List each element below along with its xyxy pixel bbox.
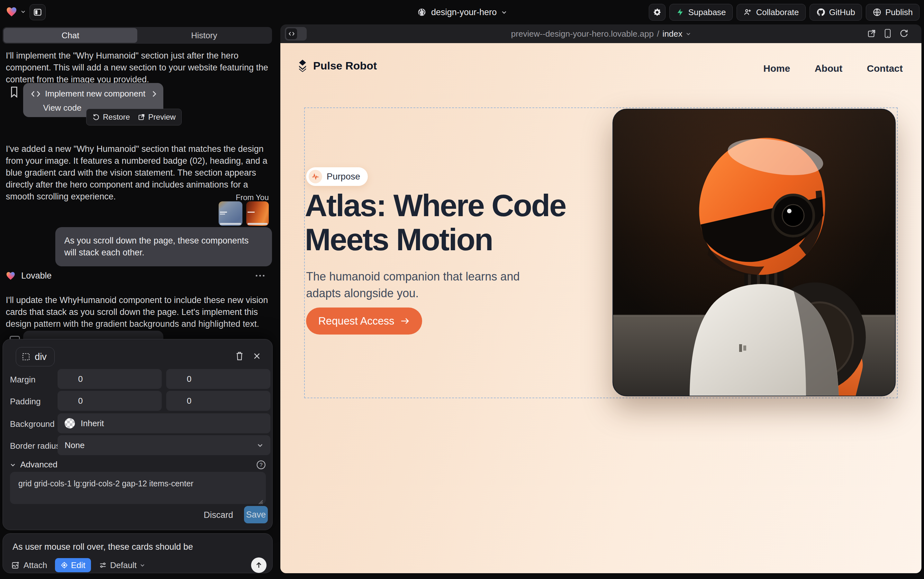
sliders-icon — [99, 561, 107, 569]
lovable-heart-icon — [5, 270, 16, 281]
preview-toolbar: preview--design-your-hero.lovable.app / … — [280, 25, 921, 43]
user-message-bubble: As you scroll down the page, these compo… — [55, 227, 272, 267]
send-button[interactable] — [251, 558, 266, 573]
collaborate-button[interactable]: Collaborate — [736, 4, 806, 21]
chevron-down-icon — [501, 9, 507, 15]
layers-icon — [296, 59, 309, 72]
chat-history-tabs: Chat History — [3, 27, 272, 44]
chevron-right-icon — [152, 90, 157, 98]
save-button[interactable]: Save — [244, 506, 268, 523]
component-card-title: Implement new component — [45, 89, 145, 99]
attach-button[interactable]: Attach — [11, 560, 47, 570]
mode-label: Default — [110, 560, 137, 570]
nav-link-contact[interactable]: Contact — [867, 63, 903, 74]
restore-button[interactable]: Restore — [92, 113, 130, 122]
refresh-button[interactable] — [899, 29, 909, 38]
attachment-thumbnail-blue[interactable] — [219, 201, 242, 226]
project-name: design-your-hero — [431, 7, 497, 17]
chevron-down-icon — [686, 31, 691, 36]
bookmark-icon[interactable] — [10, 86, 19, 98]
top-bar-actions: Supabase Collaborate GitHub Publish — [649, 4, 919, 21]
preview-url-page: index — [662, 29, 682, 39]
composer-actions: Attach Edit Default — [11, 558, 145, 572]
globe-icon — [417, 7, 427, 17]
preview-url-host: preview--design-your-hero.lovable.app — [511, 29, 654, 39]
nav-link-about[interactable]: About — [815, 63, 842, 74]
from-you-label: From You — [236, 193, 269, 202]
more-options-icon[interactable] — [255, 275, 265, 277]
background-field[interactable]: Inherit — [57, 413, 270, 433]
discard-button[interactable]: Discard — [202, 510, 235, 520]
pulse-icon — [309, 170, 322, 183]
purpose-badge-label: Purpose — [327, 172, 360, 182]
preview-button[interactable]: Preview — [137, 113, 176, 122]
chevron-down-icon — [257, 442, 263, 448]
request-access-label: Request Access — [318, 315, 395, 327]
resize-handle-icon[interactable] — [258, 499, 263, 505]
selected-element-chip[interactable]: div — [16, 347, 55, 366]
chat-input[interactable]: As user mouse roll over, these cards sho… — [13, 542, 193, 552]
edit-mode-button[interactable]: Edit — [55, 558, 91, 572]
settings-button[interactable] — [649, 4, 666, 21]
tailwind-classes-textarea[interactable]: grid grid-cols-1 lg:grid-cols-2 gap-12 i… — [10, 472, 266, 504]
preview-url-bar[interactable]: preview--design-your-hero.lovable.app / … — [280, 25, 921, 43]
version-hover-actions: Restore Preview — [86, 109, 182, 126]
purpose-badge: Purpose — [306, 167, 368, 186]
tab-chat[interactable]: Chat — [3, 28, 137, 43]
border-radius-label: Border radius — [10, 441, 60, 451]
chevron-down-icon — [140, 563, 145, 568]
border-radius-select[interactable]: None — [57, 435, 270, 455]
attach-label: Attach — [23, 560, 47, 570]
supabase-icon — [676, 8, 684, 16]
lovable-app-window: design-your-hero Supabase Col — [0, 0, 924, 579]
open-external-button[interactable] — [867, 29, 877, 38]
attachment-thumbnail-orange[interactable] — [246, 201, 269, 226]
github-button[interactable]: GitHub — [810, 4, 862, 21]
margin-y-input[interactable] — [166, 369, 270, 389]
help-icon[interactable]: ? — [256, 460, 266, 469]
restore-icon — [92, 113, 100, 121]
site-logo[interactable]: Pulse Robot — [296, 59, 377, 72]
attach-image-icon — [11, 561, 20, 570]
mobile-view-button[interactable] — [883, 29, 892, 38]
padding-y-input[interactable] — [166, 391, 270, 411]
site-canvas: Pulse Robot Home About Contact Purpose A… — [280, 43, 921, 573]
border-radius-value: None — [65, 440, 85, 450]
margin-x-input[interactable] — [57, 369, 162, 389]
preview-label: Preview — [148, 113, 176, 122]
publish-globe-icon — [873, 8, 882, 17]
publish-button[interactable]: Publish — [866, 4, 919, 21]
view-code-link[interactable]: View code — [43, 103, 82, 113]
background-label: Background — [10, 419, 55, 429]
padding-x-input[interactable] — [57, 391, 162, 411]
users-icon — [743, 8, 752, 17]
trash-icon — [235, 351, 244, 361]
github-icon — [816, 8, 825, 17]
assistant-name: Lovable — [21, 271, 52, 281]
request-access-button[interactable]: Request Access — [306, 307, 422, 335]
site-nav: Home About Contact — [763, 63, 903, 74]
chat-composer[interactable]: As user mouse roll over, these cards sho… — [3, 533, 273, 573]
site-brand-name: Pulse Robot — [313, 59, 377, 72]
supabase-button[interactable]: Supabase — [669, 4, 733, 21]
dashed-selection-icon — [22, 353, 30, 361]
margin-label: Margin — [10, 375, 35, 385]
close-inspector-button[interactable] — [250, 350, 263, 363]
code-icon — [31, 90, 41, 98]
preview-toolbar-icons — [867, 29, 909, 38]
preview-url-separator: / — [657, 29, 659, 39]
advanced-label: Advanced — [20, 460, 57, 469]
project-switcher[interactable]: design-your-hero — [417, 0, 507, 25]
delete-element-button[interactable] — [233, 350, 246, 363]
arrow-right-icon — [400, 317, 410, 325]
github-label: GitHub — [829, 7, 855, 17]
model-mode-select[interactable]: Default — [99, 560, 145, 570]
assistant-header: Lovable — [5, 270, 269, 281]
close-icon — [253, 352, 261, 360]
advanced-section-toggle[interactable]: Advanced ? — [10, 460, 266, 469]
assistant-message: I've added a new "Why Humanoid" section … — [6, 143, 269, 203]
restore-label: Restore — [103, 113, 130, 122]
tab-history[interactable]: History — [137, 28, 271, 43]
nav-link-home[interactable]: Home — [763, 63, 790, 74]
target-icon — [60, 561, 68, 569]
